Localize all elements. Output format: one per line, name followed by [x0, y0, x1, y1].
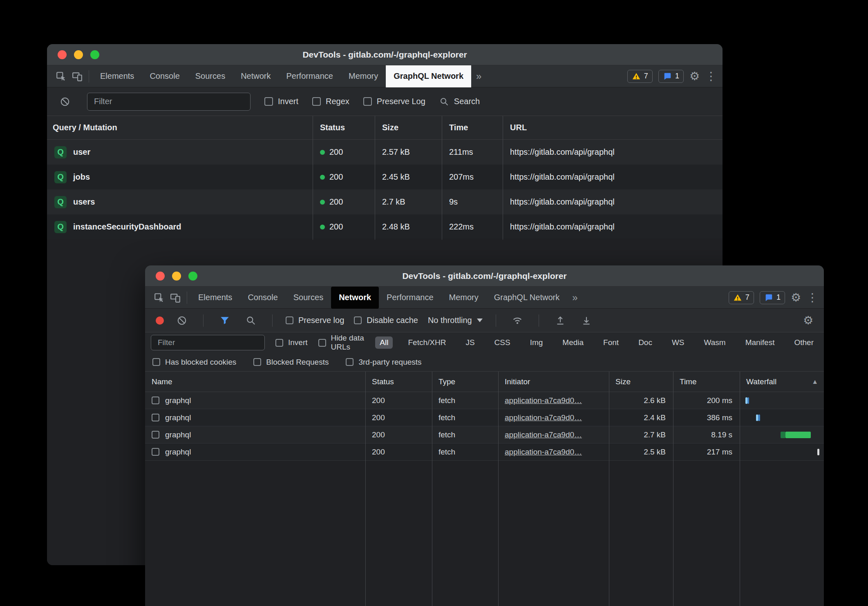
table-row[interactable]: graphql 200 fetch application-a7ca9d0… 2…: [145, 443, 824, 461]
tab-console[interactable]: Console: [142, 65, 187, 87]
type-filter-all[interactable]: All: [375, 336, 393, 349]
regex-checkbox[interactable]: [312, 97, 321, 106]
issues-count: 1: [776, 293, 781, 302]
clear-icon[interactable]: [174, 312, 190, 329]
table-row[interactable]: Q user 200 2.57 kB 211ms https://gitlab.…: [47, 140, 723, 165]
device-toolbar-icon[interactable]: [69, 68, 85, 85]
type-filter-css[interactable]: CSS: [490, 336, 515, 349]
type-filter-fetch-xhr[interactable]: Fetch/XHR: [403, 336, 450, 349]
initiator-link[interactable]: application-a7ca9d0…: [505, 413, 582, 422]
column-header-time[interactable]: Time: [673, 372, 740, 392]
minimize-window-button[interactable]: [172, 272, 181, 281]
filter-funnel-icon[interactable]: [217, 312, 233, 329]
zoom-window-button[interactable]: [90, 50, 99, 59]
tab-console[interactable]: Console: [240, 287, 285, 309]
tab-graphql-network[interactable]: GraphQL Network: [486, 287, 567, 309]
disable-cache-checkbox[interactable]: [354, 316, 362, 324]
kebab-menu-icon[interactable]: ⋮: [705, 71, 717, 82]
filter-input[interactable]: [87, 93, 251, 111]
network-filter-input[interactable]: [151, 335, 265, 350]
tab-performance[interactable]: Performance: [279, 65, 341, 87]
tab-network[interactable]: Network: [233, 65, 278, 87]
preserve-log-checkbox[interactable]: [363, 97, 372, 106]
warnings-badge[interactable]: 7: [729, 291, 754, 304]
search-control[interactable]: Search: [439, 97, 480, 107]
export-har-icon[interactable]: [578, 312, 595, 329]
tab-graphql-network[interactable]: GraphQL Network: [386, 65, 471, 87]
preserve-log-checkbox[interactable]: [286, 316, 293, 324]
row-checkbox[interactable]: [152, 448, 159, 456]
tab-elements[interactable]: Elements: [190, 287, 240, 309]
more-tabs-icon[interactable]: »: [471, 71, 486, 82]
record-button[interactable]: [156, 316, 164, 325]
network-settings-gear-icon[interactable]: ⚙: [803, 315, 813, 326]
search-icon[interactable]: [243, 312, 259, 329]
type-filter-img[interactable]: Img: [526, 336, 548, 349]
invert-option: Invert: [275, 338, 308, 347]
type-filter-js[interactable]: JS: [461, 336, 479, 349]
hide-data-urls-checkbox[interactable]: [318, 339, 326, 347]
size-cell: 2.5 kB: [609, 443, 673, 460]
invert-checkbox[interactable]: [275, 339, 283, 347]
table-row[interactable]: Q jobs 200 2.45 kB 207ms https://gitlab.…: [47, 165, 723, 189]
inspect-element-icon[interactable]: [151, 290, 167, 306]
blocked-cookies-checkbox[interactable]: [152, 358, 160, 366]
inspect-element-icon[interactable]: [53, 68, 69, 85]
type-filter-wasm[interactable]: Wasm: [700, 336, 730, 349]
type-filter-doc[interactable]: Doc: [634, 336, 657, 349]
column-header-initiator[interactable]: Initiator: [498, 372, 609, 392]
column-header-waterfall[interactable]: Waterfall ▲: [740, 372, 824, 392]
waterfall-bar: [758, 414, 760, 421]
network-conditions-icon[interactable]: [509, 312, 526, 329]
close-window-button[interactable]: [156, 272, 165, 281]
kebab-menu-icon[interactable]: ⋮: [807, 292, 818, 303]
zoom-window-button[interactable]: [188, 272, 197, 281]
table-row[interactable]: Q instanceSecurityDashboard 200 2.48 kB …: [47, 214, 723, 239]
row-checkbox[interactable]: [152, 431, 159, 439]
warnings-badge[interactable]: 7: [627, 70, 653, 83]
initiator-link[interactable]: application-a7ca9d0…: [505, 430, 582, 439]
size-cell: 2.7 kB: [375, 189, 442, 214]
settings-gear-icon[interactable]: ⚙: [791, 292, 801, 303]
column-header-size[interactable]: Size: [609, 372, 673, 392]
status-dot-icon: [320, 175, 325, 180]
initiator-link[interactable]: application-a7ca9d0…: [505, 448, 582, 457]
device-toolbar-icon[interactable]: [167, 290, 183, 306]
row-checkbox[interactable]: [152, 414, 159, 421]
type-filter-media[interactable]: Media: [558, 336, 588, 349]
more-tabs-icon[interactable]: »: [567, 292, 582, 303]
table-row[interactable]: graphql 200 fetch application-a7ca9d0… 2…: [145, 392, 824, 409]
tab-elements[interactable]: Elements: [92, 65, 142, 87]
column-header-name[interactable]: Name: [145, 372, 365, 392]
invert-checkbox[interactable]: [264, 97, 273, 106]
third-party-checkbox[interactable]: [346, 358, 353, 366]
status-code: 200: [329, 172, 343, 182]
tab-performance[interactable]: Performance: [379, 287, 441, 309]
tab-sources[interactable]: Sources: [286, 287, 331, 309]
tab-sources[interactable]: Sources: [188, 65, 233, 87]
row-checkbox[interactable]: [152, 397, 159, 404]
minimize-window-button[interactable]: [74, 50, 83, 59]
table-row[interactable]: graphql 200 fetch application-a7ca9d0… 2…: [145, 426, 824, 443]
column-header-type[interactable]: Type: [432, 372, 498, 392]
type-filter-manifest[interactable]: Manifest: [741, 336, 779, 349]
tab-memory[interactable]: Memory: [341, 65, 386, 87]
type-filter-ws[interactable]: WS: [667, 336, 689, 349]
settings-gear-icon[interactable]: ⚙: [689, 71, 700, 82]
type-filter-other[interactable]: Other: [790, 336, 818, 349]
blocked-requests-checkbox[interactable]: [253, 358, 261, 366]
close-window-button[interactable]: [58, 50, 67, 59]
column-header-status[interactable]: Status: [365, 372, 432, 392]
throttling-dropdown[interactable]: No throttling: [428, 316, 483, 325]
clear-icon[interactable]: [57, 94, 73, 110]
issues-badge[interactable]: 1: [658, 70, 684, 83]
issues-badge[interactable]: 1: [760, 291, 785, 304]
table-row[interactable]: graphql 200 fetch application-a7ca9d0… 2…: [145, 409, 824, 426]
import-har-icon[interactable]: [552, 312, 568, 329]
tab-memory[interactable]: Memory: [441, 287, 486, 309]
url-cell: https://gitlab.com/api/graphql: [503, 189, 723, 214]
initiator-link[interactable]: application-a7ca9d0…: [505, 396, 582, 405]
type-filter-font[interactable]: Font: [599, 336, 623, 349]
table-row[interactable]: Q users 200 2.7 kB 9s https://gitlab.com…: [47, 189, 723, 214]
tab-network[interactable]: Network: [331, 287, 379, 309]
